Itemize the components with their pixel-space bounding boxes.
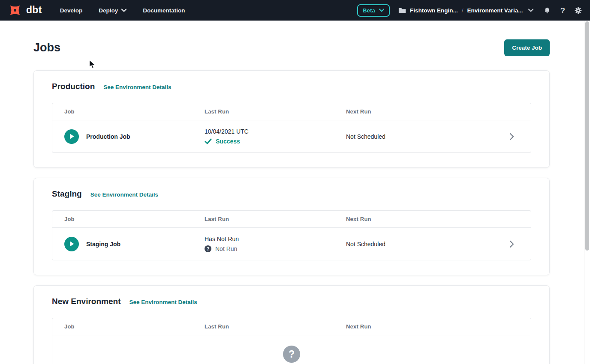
chevron-down-icon[interactable] (528, 9, 533, 12)
jobs-table: Job Last Run Next Run Production Job 10/… (52, 103, 531, 153)
chevron-right-icon[interactable] (509, 133, 514, 140)
see-environment-details-link[interactable]: See Environment Details (90, 191, 158, 198)
success-check-icon (205, 138, 212, 144)
beta-dropdown[interactable]: Beta (357, 4, 390, 17)
jobs-table: Job Last Run Next Run Staging Job Has No… (52, 210, 531, 260)
last-run-date: 10/04/2021 UTC (205, 128, 346, 135)
status-badge: Not Run (215, 245, 237, 252)
column-header-job: Job (52, 323, 205, 330)
job-row-staging-job[interactable]: Staging Job Has Not Run ? Not Run Not Sc… (52, 228, 531, 260)
question-circle-icon: ? (205, 245, 211, 252)
vertical-scrollbar[interactable] (584, 21, 590, 364)
page-title: Jobs (33, 41, 60, 54)
scrollbar-thumb[interactable] (585, 21, 589, 251)
table-header-row: Job Last Run Next Run (52, 318, 531, 335)
brand-text: dbt (26, 4, 42, 16)
nav-item-deploy[interactable]: Deploy (99, 7, 126, 14)
see-environment-details-link[interactable]: See Environment Details (103, 84, 171, 90)
see-environment-details-link[interactable]: See Environment Details (129, 299, 197, 305)
environment-card-new-environment: New Environment See Environment Details … (33, 285, 550, 364)
column-header-next-run: Next Run (346, 323, 492, 330)
column-header-next-run: Next Run (346, 216, 492, 222)
breadcrumb-current[interactable]: Environment Varia... (467, 7, 523, 14)
environment-card-production: Production See Environment Details Job L… (33, 70, 550, 168)
column-header-job: Job (52, 216, 205, 222)
help-icon[interactable]: ? (560, 6, 565, 15)
folder-icon (398, 7, 406, 14)
gear-icon[interactable] (574, 6, 582, 15)
column-header-last-run: Last Run (205, 216, 346, 222)
table-header-row: Job Last Run Next Run (52, 103, 531, 120)
environment-card-staging: Staging See Environment Details Job Last… (33, 178, 550, 275)
main-nav: Develop Deploy Documentation (60, 7, 185, 14)
next-run-value: Not Scheduled (346, 133, 492, 140)
column-header-last-run: Last Run (205, 108, 346, 115)
run-job-play-button[interactable] (64, 129, 79, 144)
nav-item-develop[interactable]: Develop (60, 7, 83, 14)
empty-jobs-state: ? (52, 335, 531, 364)
column-header-last-run: Last Run (205, 323, 346, 330)
table-header-row: Job Last Run Next Run (52, 211, 531, 228)
last-run-date: Has Not Run (205, 236, 346, 242)
dbt-logo[interactable]: dbt (8, 3, 42, 18)
chevron-right-icon[interactable] (509, 240, 514, 248)
dbt-logo-icon (8, 3, 22, 18)
next-run-value: Not Scheduled (346, 241, 492, 248)
environment-title: Staging (52, 189, 82, 199)
question-circle-icon: ? (283, 346, 300, 363)
environment-title: New Environment (52, 297, 120, 306)
bell-icon[interactable] (543, 6, 551, 15)
nav-item-documentation[interactable]: Documentation (143, 7, 185, 14)
chevron-down-icon (379, 9, 384, 12)
job-name: Staging Job (86, 241, 120, 248)
navbar-icons: ? (543, 6, 582, 15)
job-name: Production Job (86, 133, 130, 140)
navbar-right: Beta Fishtown Engin... / Environment Var… (357, 4, 582, 17)
breadcrumb: Fishtown Engin... / Environment Varia... (398, 7, 533, 14)
breadcrumb-separator: / (462, 7, 464, 14)
create-job-button[interactable]: Create Job (504, 39, 550, 56)
column-header-job: Job (52, 108, 205, 115)
run-job-play-button[interactable] (64, 237, 79, 251)
status-badge: Success (216, 138, 240, 145)
top-navbar: dbt Develop Deploy Documentation Beta Fi… (0, 0, 590, 21)
jobs-table: Job Last Run Next Run ? (52, 318, 531, 364)
job-row-production-job[interactable]: Production Job 10/04/2021 UTC Success No… (52, 120, 531, 152)
chevron-down-icon (121, 9, 126, 12)
column-header-next-run: Next Run (346, 108, 492, 115)
page-header: Jobs Create Job (33, 21, 550, 56)
breadcrumb-project[interactable]: Fishtown Engin... (410, 7, 458, 14)
jobs-page: Jobs Create Job Production See Environme… (33, 21, 550, 364)
environment-title: Production (52, 82, 95, 91)
